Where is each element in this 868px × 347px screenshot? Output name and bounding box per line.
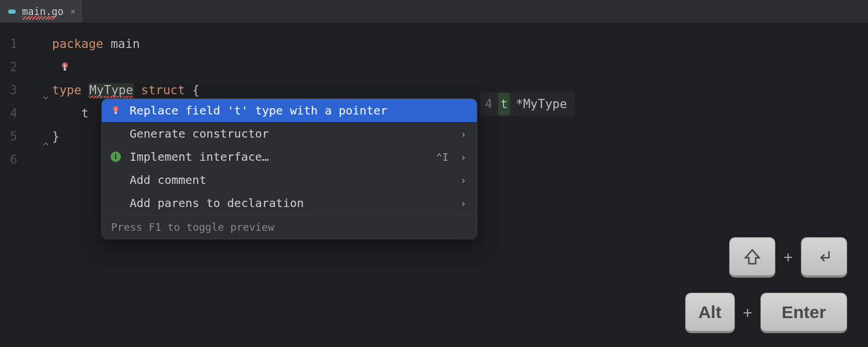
inline-type-hint: 4 t *MyType — [480, 93, 575, 116]
svg-point-1 — [12, 9, 16, 14]
svg-rect-5 — [64, 68, 66, 71]
intention-item-replace-pointer[interactable]: Replace field 't' type with a pointer — [102, 99, 477, 122]
chevron-right-icon: › — [460, 128, 466, 140]
fold-start-icon[interactable] — [42, 86, 50, 94]
svg-rect-7 — [115, 112, 117, 114]
go-file-icon — [7, 6, 17, 17]
intention-label: Add comment — [130, 173, 452, 187]
line-number: 5 — [0, 125, 52, 148]
intention-item-add-comment[interactable]: Add comment › — [102, 168, 477, 191]
error-squiggle — [22, 16, 54, 20]
chevron-right-icon: › — [460, 197, 466, 209]
shortcut-hint: + Alt + Enter — [685, 237, 847, 333]
alt-key: Alt — [685, 293, 735, 333]
intention-shortcut: ⌃I — [436, 151, 448, 163]
line-number: 4 — [0, 102, 52, 125]
gutter: 1 2 3 4 5 6 — [0, 23, 52, 347]
intention-label: Add parens to declaration — [130, 196, 452, 210]
svg-point-3 — [13, 10, 14, 12]
enter-key-icon — [801, 237, 847, 278]
intention-label: Generate constructor — [130, 127, 452, 141]
chevron-right-icon: › — [460, 151, 466, 163]
code-line — [52, 56, 868, 79]
intention-item-generate-constructor[interactable]: Generate constructor › — [102, 122, 477, 145]
tab-filename: main.go — [22, 6, 64, 17]
close-icon[interactable]: × — [71, 6, 76, 17]
bulb-error-icon — [110, 105, 122, 116]
bulb-error-icon[interactable] — [60, 57, 70, 67]
code-line: package main — [52, 32, 868, 56]
svg-point-2 — [10, 10, 11, 12]
hint-field: t — [498, 93, 510, 116]
intention-label: Implement interface… — [130, 150, 428, 164]
intention-popup: Replace field 't' type with a pointer Ge… — [101, 98, 477, 239]
fold-end-icon[interactable] — [42, 132, 50, 141]
shortcut-row: Alt + Enter — [685, 293, 847, 333]
shift-key-icon — [729, 237, 775, 278]
intention-item-implement-interface[interactable]: I Implement interface… ⌃I › — [102, 145, 477, 168]
intention-footer: Press F1 to toggle preview — [102, 215, 477, 239]
plus-icon: + — [784, 248, 793, 267]
enter-key: Enter — [760, 293, 847, 333]
line-number: 2 — [0, 56, 52, 79]
plus-icon: + — [743, 304, 752, 322]
tab-bar: main.go × — [0, 0, 868, 23]
file-tab[interactable]: main.go × — [0, 0, 83, 23]
implement-icon: I — [110, 152, 122, 162]
line-number: 3 — [0, 79, 52, 102]
line-number: 6 — [0, 148, 52, 171]
hint-type: *MyType — [516, 93, 567, 116]
intention-item-add-parens[interactable]: Add parens to declaration › — [102, 191, 477, 215]
line-number: 1 — [0, 32, 52, 56]
hint-line-number: 4 — [485, 93, 492, 116]
shortcut-row: + — [729, 237, 847, 278]
intention-label: Replace field 't' type with a pointer — [130, 104, 466, 117]
chevron-right-icon: › — [460, 174, 466, 186]
